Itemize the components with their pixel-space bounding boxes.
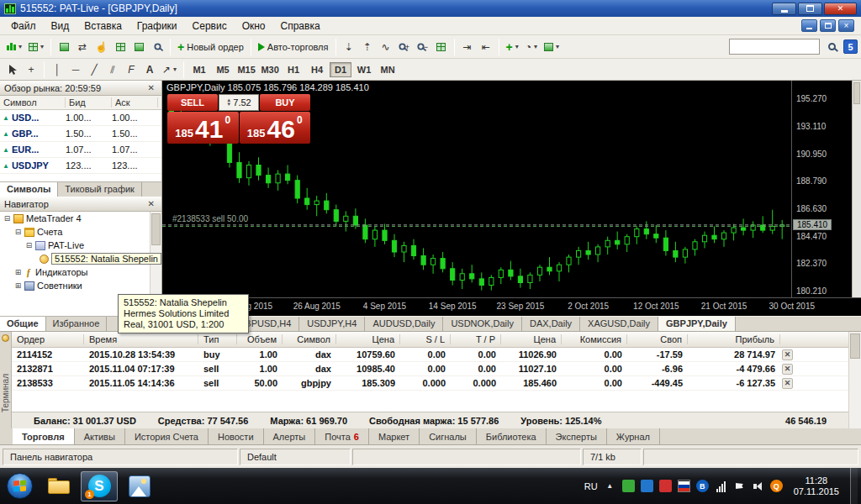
- language-indicator[interactable]: RU: [584, 481, 598, 491]
- russian-flag-icon[interactable]: [678, 480, 690, 492]
- buy-button[interactable]: BUY: [260, 94, 310, 111]
- auto-trading-button[interactable]: Авто-торговля: [255, 38, 332, 56]
- menu-item-Вставка[interactable]: Вставка: [77, 18, 129, 34]
- skype-taskbar-button[interactable]: S1: [81, 471, 118, 501]
- terminal-tab-Журнал[interactable]: Журнал: [607, 428, 660, 444]
- search-icon[interactable]: [822, 38, 841, 56]
- navigator-tab-Избранное[interactable]: Избранное: [46, 317, 108, 331]
- sell-button[interactable]: SELL: [167, 94, 218, 111]
- volume-icon[interactable]: [752, 480, 764, 492]
- new-order-button[interactable]: +Новый ордер: [174, 38, 247, 56]
- tray-antivirus-icon[interactable]: [622, 480, 635, 492]
- market-watch-column-Символ[interactable]: Символ: [0, 97, 66, 108]
- timeframe-W1[interactable]: W1: [353, 62, 375, 77]
- order-row[interactable]: 21385332015.11.05 14:14:36sell50.00gbpjp…: [12, 376, 848, 391]
- market-watch-tab-Символы[interactable]: Символы: [0, 182, 58, 197]
- periods-button[interactable]: ◔▾: [522, 38, 541, 56]
- status-profile[interactable]: Default: [240, 449, 351, 465]
- tree-item[interactable]: ⊟Счета: [0, 225, 161, 239]
- market-watch-column-Аск[interactable]: Аск: [112, 97, 158, 108]
- terminal-column-6[interactable]: S / L: [400, 334, 451, 344]
- vertical-line-tool[interactable]: │: [48, 60, 66, 79]
- timeframe-M1[interactable]: M1: [188, 62, 210, 77]
- menu-item-Вид[interactable]: Вид: [44, 18, 77, 34]
- channel-tool[interactable]: ⫽: [103, 60, 122, 79]
- terminal-tab-Почта[interactable]: Почта6: [315, 428, 369, 444]
- terminal-column-1[interactable]: Время: [84, 334, 198, 344]
- volume-spinner-icon[interactable]: ▲▼: [226, 98, 231, 107]
- messenger-icon[interactable]: Q: [770, 480, 783, 492]
- market-watch-row[interactable]: ▲EUR...1.07...1.07...: [0, 142, 161, 158]
- price-scale[interactable]: 195.270193.110190.950188.790186.630184.4…: [791, 81, 852, 297]
- timeframe-M30[interactable]: M30: [259, 62, 281, 77]
- market-watch-row[interactable]: ▲USD...1.00...1.00...: [0, 110, 161, 126]
- terminal-tab-Новости[interactable]: Новости: [209, 428, 264, 444]
- chart-shift-button[interactable]: ⇤: [477, 38, 495, 56]
- zoom-in-button[interactable]: +: [395, 38, 414, 56]
- market-watch-toggle[interactable]: [55, 38, 73, 56]
- terminal-column-5[interactable]: Цена: [336, 334, 400, 344]
- menu-item-Окно[interactable]: Окно: [235, 18, 273, 34]
- terminal-scrollbar[interactable]: [848, 332, 861, 428]
- tree-expander-icon[interactable]: ⊞: [14, 269, 22, 276]
- close-position-button[interactable]: ✕: [782, 364, 793, 375]
- market-watch-row[interactable]: ▲USDJPY123....123....: [0, 158, 161, 174]
- terminal-column-8[interactable]: Цена: [501, 334, 562, 344]
- terminal-column-9[interactable]: Комиссия: [562, 334, 627, 344]
- navigator-toggle[interactable]: [111, 38, 129, 56]
- tree-item[interactable]: ⊟MetaTrader 4: [0, 212, 161, 225]
- timeframe-D1[interactable]: D1: [330, 62, 351, 77]
- order-row[interactable]: 21141522015.10.28 13:54:39buy1.00dax1075…: [12, 348, 848, 362]
- order-row[interactable]: 21328712015.11.04 07:17:39sell1.00dax109…: [12, 362, 848, 376]
- close-button[interactable]: ✕: [824, 3, 857, 15]
- bluetooth-icon[interactable]: B: [696, 480, 709, 492]
- volume-stepper[interactable]: ▲▼7.52: [219, 94, 259, 111]
- tree-expander-icon[interactable]: ⊟: [3, 215, 11, 223]
- profiles-button[interactable]: ▾: [25, 38, 47, 56]
- show-hidden-icons-button[interactable]: ▲: [604, 480, 616, 492]
- terminal-column-10[interactable]: Своп: [627, 334, 688, 344]
- child-restore-button[interactable]: [820, 19, 836, 32]
- terminal-column-headers[interactable]: ОрдерВремяТипОбъемСимволЦенаS / LT / PЦе…: [12, 332, 848, 348]
- market-watch-header[interactable]: СимволБидАск: [0, 96, 161, 110]
- terminal-tab-Сигналы[interactable]: Сигналы: [420, 428, 477, 444]
- terminal-column-11[interactable]: Прибыль: [688, 334, 780, 344]
- trendline-tool[interactable]: ╱: [85, 60, 103, 79]
- terminal-column-2[interactable]: Тип: [198, 334, 237, 344]
- templates-button[interactable]: ▾: [541, 38, 563, 56]
- chart-tab-XAGUSD,Daily[interactable]: XAGUSD,Daily: [580, 317, 658, 331]
- title-bar[interactable]: 515552: PAT-Live - [GBPJPY,Daily] ✕: [0, 0, 861, 17]
- arrows-tool[interactable]: ↗▾: [159, 60, 180, 79]
- chart-area[interactable]: GBPJPY,Daily 185.075 185.796 184.289 185…: [162, 81, 861, 316]
- chart-tab-GBPJPY,Daily[interactable]: GBPJPY,Daily: [658, 317, 736, 331]
- tree-item[interactable]: 515552: Natalia Shepelin: [0, 252, 161, 265]
- action-center-flag-icon[interactable]: [733, 480, 746, 492]
- chart-tab-USDNOK,Daily[interactable]: USDNOK,Daily: [443, 317, 522, 331]
- terminal-tab-Эксперты[interactable]: Эксперты: [547, 428, 607, 444]
- navigator-scroll-thumb[interactable]: [151, 213, 161, 245]
- terminal-tab-Алерты[interactable]: Алерты: [264, 428, 316, 444]
- taskbar-clock[interactable]: 11:28 07.11.2015: [789, 475, 844, 497]
- child-minimize-button[interactable]: [801, 19, 817, 32]
- terminal-tab-Маркет[interactable]: Маркет: [369, 428, 420, 444]
- terminal-tab-Библиотека[interactable]: Библиотека: [477, 428, 547, 444]
- chart-scroll-thumb[interactable]: [853, 82, 860, 104]
- start-button[interactable]: [2, 469, 37, 504]
- close-position-button[interactable]: ✕: [782, 349, 793, 360]
- strategy-tester-toggle[interactable]: [148, 38, 166, 56]
- crosshair-tool[interactable]: +: [22, 60, 40, 79]
- data-window-toggle[interactable]: ⇄: [73, 38, 92, 56]
- timeframe-H4[interactable]: H4: [306, 62, 328, 77]
- terminal-tab-Торговля[interactable]: Торговля: [13, 428, 75, 444]
- market-watch-tab-Тиковый график[interactable]: Тиковый график: [58, 182, 142, 197]
- tray-app-icon[interactable]: [641, 480, 653, 492]
- auto-scroll-button[interactable]: ⇥: [458, 38, 477, 56]
- cursor-hand-tool[interactable]: ☝: [92, 38, 111, 56]
- photos-taskbar-button[interactable]: [121, 471, 158, 501]
- timeframe-MN[interactable]: MN: [377, 62, 399, 77]
- timeframe-M5[interactable]: M5: [212, 62, 234, 77]
- chart-tab-DAX,Daily[interactable]: DAX,Daily: [522, 317, 580, 331]
- tree-item[interactable]: ⊟PAT-Live: [0, 239, 161, 252]
- menu-item-Файл[interactable]: Файл: [3, 18, 44, 34]
- chart-bars-button[interactable]: ⇣: [340, 38, 358, 56]
